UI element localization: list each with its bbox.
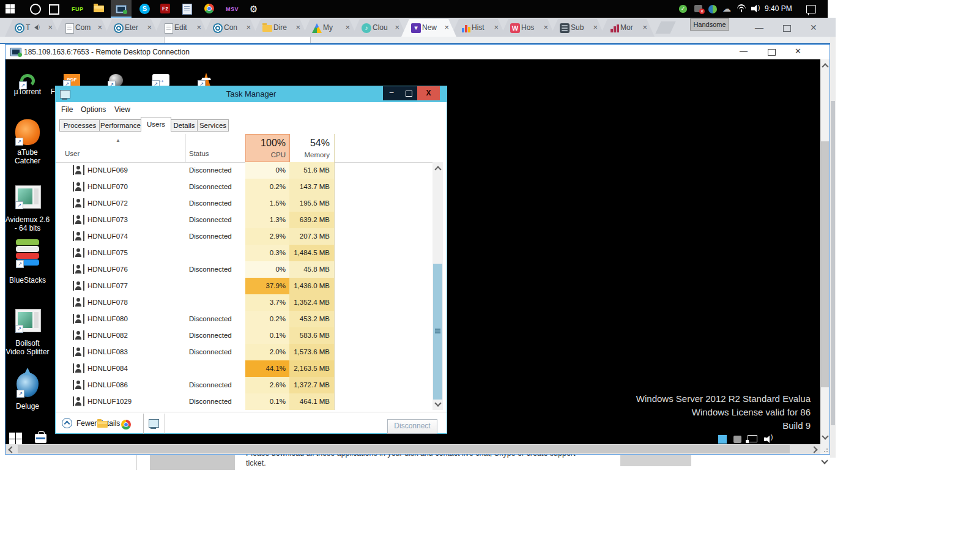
action-center-icon[interactable] (806, 5, 816, 13)
user-row[interactable]: HDNLUF1029Disconnected0.1%464.1 MB (56, 393, 432, 410)
server-start-button[interactable] (9, 433, 23, 444)
tab-close-icon[interactable]: × (543, 23, 548, 32)
rdp-close-button[interactable]: ✕ (795, 46, 801, 56)
browser-scrollbar-thumb[interactable] (831, 101, 835, 425)
tm-maximize-button[interactable] (400, 86, 417, 100)
browser-tab[interactable]: WHos× (500, 19, 555, 37)
start-button-icon[interactable] (6, 4, 15, 13)
tab-close-icon[interactable]: × (295, 23, 300, 32)
column-header-user[interactable]: User (65, 150, 80, 157)
onedrive-cloud-icon[interactable]: ☁ (722, 4, 731, 13)
user-row[interactable]: HDNLUF07737.9%1,436.0 MB (56, 278, 432, 294)
rdp-minimize-button[interactable]: — (740, 46, 748, 56)
tab-close-icon[interactable]: × (494, 23, 499, 32)
cortana-icon[interactable] (30, 4, 41, 15)
user-row[interactable]: HDNLUF0783.7%1,352.4 MB (56, 294, 432, 311)
browser-maximize-button[interactable] (783, 25, 791, 32)
server-tray-icon[interactable] (733, 436, 741, 443)
user-row[interactable]: HDNLUF0750.3%1,484.5 MB (56, 245, 432, 261)
user-row[interactable]: HDNLUF080Disconnected0.2%453.2 MB (56, 311, 432, 327)
tab-processes[interactable]: Processes (59, 119, 100, 132)
browser-tab[interactable]: Dire× (253, 19, 308, 37)
rdp-titlebar[interactable]: 185.109.163.6:7653 - Remote Desktop Conn… (6, 45, 830, 59)
browser-tab[interactable]: Sub× (550, 19, 605, 37)
rdp-horizontal-scrollbar[interactable] (6, 444, 820, 454)
browser-tab[interactable]: Con× (203, 19, 258, 37)
task-manager-titlebar[interactable]: Task Manager – X (56, 86, 447, 102)
tab-close-icon[interactable]: × (147, 23, 152, 32)
idm-tray-icon[interactable] (708, 5, 717, 13)
browser-tab[interactable]: My× (302, 19, 357, 37)
tm-close-button[interactable]: X (417, 86, 440, 100)
tm-scrollbar-thumb[interactable] (433, 264, 442, 400)
tab-close-icon[interactable]: × (395, 23, 399, 32)
user-row[interactable]: HDNLUF070Disconnected0.2%143.7 MB (56, 179, 432, 195)
tab-services[interactable]: Services (197, 119, 229, 132)
antivirus-tray-icon[interactable]: ✓ (679, 5, 687, 13)
fup-app-icon[interactable]: FUP (72, 6, 84, 12)
tab-close-icon[interactable]: × (48, 23, 53, 32)
rdp-resize-grip[interactable] (820, 444, 830, 454)
user-row[interactable]: HDNLUF083Disconnected2.0%1,573.6 MB (56, 344, 432, 360)
browser-tab[interactable]: Mor× (600, 19, 655, 37)
menu-file[interactable]: File (61, 105, 73, 114)
task-view-icon[interactable] (49, 4, 59, 15)
browser-tab[interactable]: Eter× (104, 19, 159, 37)
filezilla-icon[interactable]: Fz (160, 4, 170, 13)
notepad-icon[interactable] (182, 4, 192, 15)
tab-close-icon[interactable]: × (642, 23, 647, 32)
server-network-icon[interactable] (748, 435, 757, 442)
user-row[interactable]: HDNLUF086Disconnected2.6%1,372.7 MB (56, 377, 432, 393)
user-row[interactable]: HDNLUF076Disconnected0%45.8 MB (56, 261, 432, 278)
tm-minimize-button[interactable]: – (383, 86, 400, 100)
error-tray-icon[interactable] (694, 5, 702, 12)
browser-minimize-button[interactable]: — (755, 23, 763, 32)
column-header-cpu[interactable]: CPU (237, 151, 286, 158)
msv-app-icon[interactable]: MSV (226, 6, 239, 12)
tab-close-icon[interactable]: × (196, 23, 201, 32)
server-tray-square-icon[interactable] (718, 435, 727, 444)
browser-tab[interactable]: Edit× (154, 19, 209, 37)
menu-options[interactable]: Options (81, 105, 106, 114)
menu-view[interactable]: View (114, 105, 130, 114)
tab-close-icon[interactable]: × (444, 23, 449, 32)
browser-tab-active[interactable]: ▾New× (401, 19, 456, 37)
user-row[interactable]: HDNLUF072Disconnected1.5%195.5 MB (56, 195, 432, 212)
browser-tab[interactable]: Hist× (451, 19, 506, 37)
wifi-icon[interactable] (737, 4, 747, 13)
chrome-icon[interactable] (204, 4, 214, 13)
disconnect-button[interactable]: Disconnect (387, 419, 437, 434)
browser-tab[interactable]: Com× (54, 19, 110, 37)
user-row[interactable]: HDNLUF074Disconnected2.9%207.3 MB (56, 228, 432, 245)
taskbar-folder-icon[interactable] (97, 421, 108, 428)
browser-close-button[interactable]: ✕ (810, 23, 817, 32)
server-explorer-icon[interactable] (35, 434, 46, 443)
rdp-hscroll-thumb[interactable] (18, 445, 790, 453)
column-header-memory[interactable]: Memory (281, 151, 330, 158)
clock[interactable]: 9:40 PM (765, 4, 792, 13)
tab-close-icon[interactable]: × (246, 23, 251, 32)
tab-audio-icon[interactable] (34, 25, 38, 30)
user-row[interactable]: HDNLUF073Disconnected1.3%639.2 MB (56, 212, 432, 228)
tab-close-icon[interactable]: × (345, 23, 350, 32)
rdp-maximize-button[interactable] (768, 49, 776, 56)
skype-icon[interactable]: S (139, 4, 150, 14)
browser-tab[interactable]: ♪Clou× (352, 19, 407, 37)
file-explorer-icon[interactable] (94, 6, 104, 12)
tab-close-icon[interactable]: × (593, 23, 598, 32)
browser-tab[interactable]: T× (5, 19, 60, 37)
tab-performance[interactable]: Performance (99, 119, 142, 132)
new-tab-button[interactable] (655, 21, 675, 34)
settings-gear-icon[interactable]: ⚙ (250, 4, 258, 13)
tab-users[interactable]: Users (141, 117, 171, 132)
taskbar-taskmanager-icon[interactable] (149, 419, 159, 428)
column-header-status[interactable]: Status (189, 150, 209, 157)
user-row[interactable]: HDNLUF069Disconnected0%51.6 MB (56, 162, 432, 179)
user-row[interactable]: HDNLUF08444.1%2,163.5 MB (56, 360, 432, 377)
taskbar-chrome-icon[interactable] (121, 420, 131, 430)
rdp-vertical-scrollbar[interactable] (820, 59, 830, 444)
user-row[interactable]: HDNLUF082Disconnected0.1%583.6 MB (56, 327, 432, 344)
tab-close-icon[interactable]: × (97, 23, 102, 32)
rdp-vscroll-thumb[interactable] (821, 141, 829, 387)
rdp-taskbar-button[interactable] (111, 0, 132, 18)
